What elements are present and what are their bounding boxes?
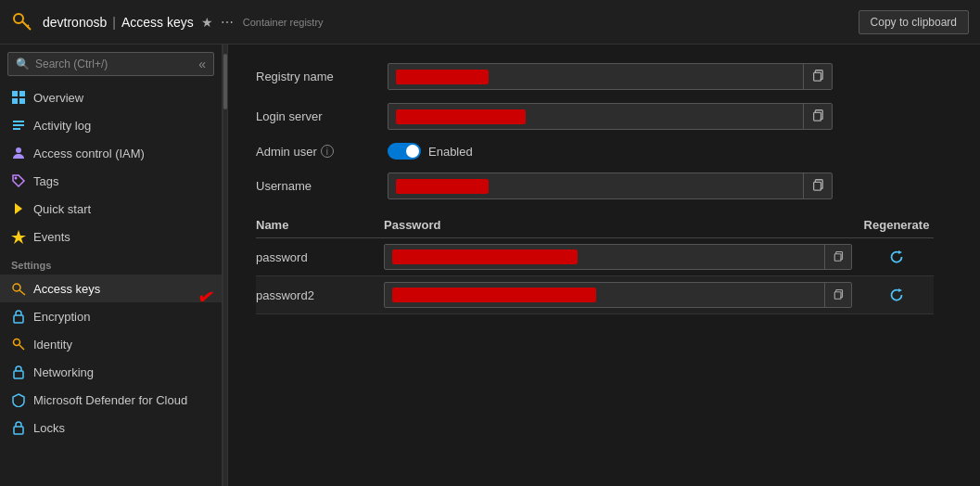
password-table-header: Name Password Regenerate (256, 212, 934, 238)
svg-rect-21 (814, 72, 821, 81)
svg-rect-7 (13, 121, 24, 122)
top-header: devtronosb | Access keys ★ ⋯ Container r… (0, 0, 980, 45)
login-server-input-wrap (388, 103, 833, 130)
password2-regenerate-cell (859, 282, 934, 308)
resource-name: devtronosb (43, 15, 107, 30)
svg-point-11 (15, 177, 18, 180)
encryption-icon (11, 309, 26, 324)
quick-start-icon (11, 201, 26, 216)
password-table: Name Password Regenerate password (256, 212, 934, 314)
login-server-row: Login server (256, 103, 952, 130)
password-regenerate-button[interactable] (884, 244, 910, 270)
username-label: Username (256, 179, 376, 193)
registry-name-copy-button[interactable] (803, 64, 832, 89)
sidebar-item-events-label: Events (33, 230, 70, 244)
svg-point-17 (14, 339, 20, 346)
svg-line-18 (19, 345, 24, 350)
password2-row-input-wrap (384, 282, 852, 308)
access-control-icon (11, 146, 26, 160)
svg-rect-22 (814, 112, 821, 121)
locks-icon (11, 420, 26, 435)
sidebar-item-identity[interactable]: Identity (0, 330, 222, 358)
sidebar-item-access-keys-label: Access keys (33, 282, 100, 296)
password2-row-redacted (392, 288, 596, 302)
sidebar-item-activity-log-label: Activity log (33, 119, 91, 133)
sidebar-item-activity-log[interactable]: Activity log (0, 111, 222, 139)
login-server-copy-button[interactable] (803, 104, 832, 129)
svg-point-10 (16, 147, 21, 153)
app-icon (11, 11, 33, 33)
registry-name-label: Registry name (256, 70, 376, 83)
svg-rect-8 (13, 124, 24, 126)
admin-user-row: Admin user i Enabled (256, 143, 952, 160)
search-box[interactable]: 🔍 « (7, 52, 214, 76)
svg-line-1 (22, 21, 31, 30)
search-icon: 🔍 (16, 58, 30, 70)
activity-log-icon (11, 118, 26, 133)
sidebar-item-tags-label: Tags (33, 174, 58, 188)
svg-rect-3 (12, 91, 18, 96)
sidebar: 🔍 « Overview Activity log Access control… (0, 45, 223, 486)
sidebar-item-events[interactable]: Events (0, 223, 222, 250)
star-icon[interactable]: ★ (201, 15, 213, 30)
sidebar-item-defender-label: Microsoft Defender for Cloud (33, 393, 187, 407)
sidebar-item-overview-label: Overview (33, 91, 83, 105)
svg-line-2 (27, 25, 29, 27)
settings-section-label: Settings (0, 250, 222, 275)
password-row-input-wrap (384, 244, 852, 270)
svg-rect-19 (14, 371, 23, 378)
svg-rect-9 (13, 128, 20, 130)
svg-point-14 (13, 284, 20, 291)
admin-enabled-label: Enabled (428, 145, 473, 159)
header-separator: | (112, 15, 116, 30)
sidebar-item-encryption[interactable]: Encryption (0, 302, 222, 330)
search-input[interactable] (35, 58, 191, 70)
password-row-redacted (392, 249, 578, 264)
sidebar-item-locks[interactable]: Locks (0, 414, 222, 441)
sidebar-item-identity-label: Identity (33, 338, 72, 352)
sidebar-item-access-control-label: Access control (IAM) (33, 147, 145, 160)
sidebar-item-encryption-label: Encryption (33, 310, 90, 324)
admin-user-toggle-row: Enabled (388, 143, 473, 160)
password2-copy-button[interactable] (824, 283, 851, 307)
registry-name-redacted (396, 70, 489, 84)
svg-marker-12 (15, 203, 22, 214)
sidebar-item-locks-label: Locks (33, 421, 65, 435)
admin-user-info-icon[interactable]: i (321, 145, 334, 158)
identity-icon (11, 337, 26, 352)
username-copy-button[interactable] (803, 173, 832, 198)
col-password-header: Password (384, 218, 852, 232)
sidebar-item-access-control[interactable]: Access control (IAM) (0, 139, 222, 167)
password2-regenerate-button[interactable] (884, 282, 910, 308)
collapse-icon[interactable]: « (198, 57, 206, 71)
sidebar-item-access-keys[interactable]: Access keys (0, 275, 222, 302)
more-icon[interactable]: ⋯ (221, 15, 234, 30)
password-row-name: password (256, 250, 376, 264)
password2-row-name: password2 (256, 288, 376, 302)
svg-rect-26 (834, 292, 841, 300)
col-name-header: Name (256, 218, 376, 232)
col-regenerate-header: Regenerate (859, 218, 934, 232)
svg-marker-13 (11, 230, 26, 244)
svg-rect-6 (19, 98, 25, 104)
scroll-thumb (223, 54, 227, 109)
login-server-redacted (396, 109, 526, 124)
sidebar-item-overview[interactable]: Overview (0, 83, 222, 111)
password-copy-button[interactable] (824, 245, 851, 269)
sidebar-item-defender[interactable]: Microsoft Defender for Cloud (0, 386, 222, 414)
sidebar-item-networking-label: Networking (33, 365, 94, 379)
main-layout: 🔍 « Overview Activity log Access control… (0, 45, 980, 486)
sidebar-item-quick-start[interactable]: Quick start (0, 195, 222, 223)
events-icon (11, 229, 26, 244)
copy-to-clipboard-button[interactable]: Copy to clipboard (859, 10, 969, 34)
header-icons: ★ ⋯ (201, 15, 234, 30)
content-area: Registry name Login server (228, 45, 980, 486)
svg-rect-4 (19, 91, 25, 96)
table-row: password2 (256, 276, 934, 314)
page-name: Access keys (121, 15, 194, 30)
admin-user-toggle[interactable] (388, 143, 421, 160)
header-title-group: devtronosb | Access keys (43, 15, 194, 30)
sidebar-item-networking[interactable]: Networking (0, 358, 222, 386)
sidebar-item-tags[interactable]: Tags (0, 167, 222, 195)
username-input-wrap (388, 173, 833, 199)
